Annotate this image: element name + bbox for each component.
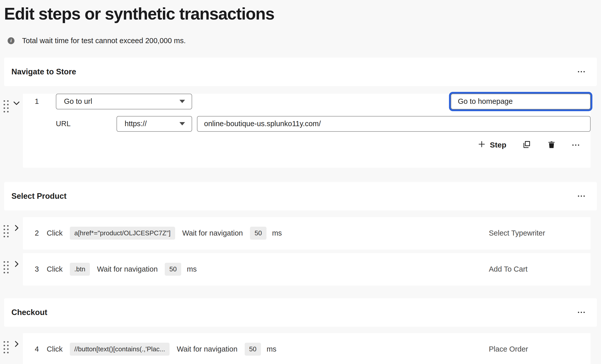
url-input[interactable] bbox=[197, 116, 591, 132]
step-4-gutter bbox=[4, 340, 21, 353]
section-title: Navigate to Store bbox=[11, 67, 76, 76]
protocol-select[interactable]: https:// bbox=[116, 116, 192, 132]
info-banner: i Total wait time for test cannot exceed… bbox=[8, 37, 601, 45]
step-1-card: 1 Go to url URL https:// Step bbox=[23, 94, 591, 168]
drag-handle-icon[interactable] bbox=[4, 341, 9, 353]
duplicate-step-button[interactable] bbox=[521, 139, 532, 151]
step-number: 4 bbox=[35, 345, 43, 353]
chevron-down-icon bbox=[12, 99, 21, 107]
drag-handle-icon[interactable] bbox=[4, 225, 9, 237]
selector-chip: //button[text()[contains(.,'Plac... bbox=[70, 343, 170, 356]
step-1-gutter bbox=[4, 99, 21, 112]
trash-icon bbox=[547, 141, 556, 150]
wait-unit-label: ms bbox=[272, 229, 282, 237]
section-menu-button[interactable] bbox=[577, 193, 586, 199]
step-name-label: Select Typewriter bbox=[489, 229, 545, 237]
wait-unit-label: ms bbox=[187, 265, 197, 273]
page-title: Edit steps or synthetic transactions bbox=[4, 5, 601, 23]
drag-handle-icon[interactable] bbox=[4, 100, 9, 112]
step-name-input[interactable] bbox=[451, 94, 591, 109]
step-name-label: Place Order bbox=[489, 345, 528, 353]
section-header-select-product: Select Product bbox=[4, 182, 597, 210]
step-action-select[interactable]: Go to url bbox=[56, 94, 192, 109]
caret-down-icon bbox=[179, 122, 185, 125]
drag-handle-icon[interactable] bbox=[4, 261, 9, 273]
protocol-select-value: https:// bbox=[125, 120, 147, 128]
step-menu-button[interactable] bbox=[571, 142, 580, 148]
wait-value-chip: 50 bbox=[165, 263, 181, 276]
section-title: Select Product bbox=[11, 192, 66, 201]
step-2-gutter bbox=[4, 224, 21, 237]
copy-icon bbox=[522, 140, 531, 150]
step-action-label: Click bbox=[47, 345, 63, 353]
expand-step-button[interactable] bbox=[12, 260, 21, 268]
section-header-checkout: Checkout bbox=[4, 298, 597, 327]
step-action-label: Click bbox=[47, 229, 63, 237]
add-step-button[interactable]: Step bbox=[478, 140, 506, 150]
section-header-navigate-to-store: Navigate to Store bbox=[4, 58, 597, 86]
chevron-right-icon bbox=[12, 260, 21, 268]
expand-step-button[interactable] bbox=[12, 340, 21, 348]
step-action-select-value: Go to url bbox=[64, 97, 92, 106]
wait-label: Wait for navigation bbox=[97, 265, 158, 273]
expand-step-button[interactable] bbox=[12, 224, 21, 232]
plus-icon bbox=[478, 140, 486, 150]
selector-chip: a[href*="product/OLJCESPC7Z"] bbox=[70, 227, 175, 240]
edit-steps-page: Edit steps or synthetic transactions i T… bbox=[0, 5, 601, 364]
collapse-step-button[interactable] bbox=[12, 99, 21, 107]
wait-unit-label: ms bbox=[266, 345, 276, 353]
selector-chip: .btn bbox=[70, 263, 90, 276]
wait-value-chip: 50 bbox=[250, 227, 266, 240]
step-number: 3 bbox=[35, 265, 43, 273]
delete-step-button[interactable] bbox=[546, 140, 557, 151]
step-3-gutter bbox=[4, 260, 21, 273]
step-4-card: 4 Click //button[text()[contains(.,'Plac… bbox=[23, 333, 591, 364]
url-label: URL bbox=[56, 120, 116, 128]
step-number: 1 bbox=[35, 97, 43, 106]
add-step-label: Step bbox=[490, 141, 506, 149]
wait-value-chip: 50 bbox=[245, 343, 261, 356]
chevron-right-icon bbox=[12, 340, 21, 348]
section-title: Checkout bbox=[11, 308, 47, 317]
step-action-label: Click bbox=[47, 265, 63, 273]
step-number: 2 bbox=[35, 229, 43, 237]
info-text: Total wait time for test cannot exceed 2… bbox=[22, 37, 186, 45]
step-3-card: 3 Click .btn Wait for navigation 50 ms A… bbox=[23, 253, 591, 286]
step-2-card: 2 Click a[href*="product/OLJCESPC7Z"] Wa… bbox=[23, 217, 591, 250]
wait-label: Wait for navigation bbox=[177, 345, 237, 353]
wait-label: Wait for navigation bbox=[182, 229, 243, 237]
section-menu-button[interactable] bbox=[577, 310, 586, 315]
section-menu-button[interactable] bbox=[577, 69, 586, 74]
step-name-label: Add To Cart bbox=[489, 265, 528, 273]
info-icon: i bbox=[8, 37, 14, 44]
caret-down-icon bbox=[179, 100, 185, 103]
chevron-right-icon bbox=[12, 224, 21, 232]
